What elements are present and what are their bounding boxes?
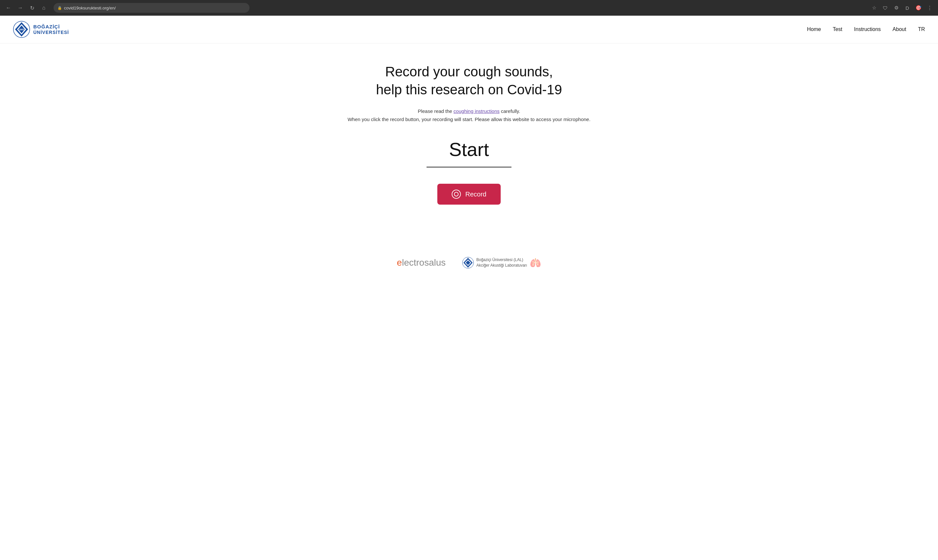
boun-lab-line1: Boğaziçi Üniversitesi (LAL) xyxy=(477,257,527,263)
lock-icon: 🔒 xyxy=(57,6,62,10)
nav-home[interactable]: Home xyxy=(807,26,821,32)
university-logo: 1863 xyxy=(13,21,30,38)
boun-lab-text: Boğaziçi Üniversitesi (LAL) Akciğer Akus… xyxy=(477,257,527,268)
record-button[interactable]: Record xyxy=(437,184,501,205)
record-dot xyxy=(454,192,458,197)
reload-button[interactable]: ↻ xyxy=(28,3,37,12)
bookmark-button[interactable]: ☆ xyxy=(869,3,879,12)
home-button[interactable]: ⌂ xyxy=(39,3,48,12)
electrosalus-logo: electrosalus xyxy=(397,257,446,268)
headline-line2: help this research on Covid-19 xyxy=(376,82,562,97)
svg-text:1863: 1863 xyxy=(19,28,24,31)
url-text: covid19oksuruktesti.org/en/ xyxy=(64,6,116,11)
back-button[interactable]: ← xyxy=(4,3,13,12)
subtitle: Please read the coughing instructions ca… xyxy=(418,108,520,114)
start-label: Start xyxy=(449,138,489,160)
electrosalus-rest: lectrosalus xyxy=(402,257,446,268)
extension-btn-3[interactable]: D xyxy=(903,3,912,12)
navbar: 1863 BOĞAZİÇİ ÜNİVERSİTESİ Home Test Ins… xyxy=(0,16,938,43)
record-icon xyxy=(452,189,461,199)
nav-about[interactable]: About xyxy=(893,26,906,32)
extension-btn-4[interactable]: 🎯 xyxy=(914,3,923,12)
logo-text: BOĞAZİÇİ ÜNİVERSİTESİ xyxy=(33,24,69,35)
coughing-instructions-link[interactable]: coughing instructions xyxy=(454,108,500,114)
main-content: Record your cough sounds, help this rese… xyxy=(0,43,938,218)
electrosalus-e: e xyxy=(397,257,402,268)
nav-test[interactable]: Test xyxy=(833,26,842,32)
extension-btn-2[interactable]: ⚙ xyxy=(892,3,901,12)
headline: Record your cough sounds, help this rese… xyxy=(376,63,562,98)
browser-actions: ☆ 🛡 ⚙ D 🎯 ⋮ xyxy=(869,3,934,12)
boun-lab-diamond xyxy=(462,257,474,269)
menu-button[interactable]: ⋮ xyxy=(925,3,934,12)
lungs-emoji: 🫁 xyxy=(530,257,541,268)
nav-instructions[interactable]: Instructions xyxy=(854,26,881,32)
forward-button[interactable]: → xyxy=(16,3,25,12)
extension-btn-1[interactable]: 🛡 xyxy=(881,3,890,12)
headline-line1: Record your cough sounds, xyxy=(385,64,553,79)
footer-logos: electrosalus Boğaziçi Üniversitesi (LAL)… xyxy=(0,250,938,275)
logo-link[interactable]: 1863 BOĞAZİÇİ ÜNİVERSİTESİ xyxy=(13,21,69,38)
logo-line2: ÜNİVERSİTESİ xyxy=(33,30,69,35)
instruction-text: When you click the record button, your r… xyxy=(347,117,591,122)
boun-lab-logo: Boğaziçi Üniversitesi (LAL) Akciğer Akus… xyxy=(462,257,541,269)
nav-tr[interactable]: TR xyxy=(918,26,925,32)
subtitle-suffix: carefully. xyxy=(501,108,520,114)
subtitle-prefix: Please read the xyxy=(418,108,453,114)
boun-lab-line2: Akciğer Akustiği Laboratuvarı xyxy=(477,263,527,268)
address-bar[interactable]: 🔒 covid19oksuruktesti.org/en/ xyxy=(54,3,250,13)
divider xyxy=(427,167,511,168)
logo-line1: BOĞAZİÇİ xyxy=(33,24,69,30)
browser-chrome: ← → ↻ ⌂ 🔒 covid19oksuruktesti.org/en/ ☆ … xyxy=(0,0,938,16)
nav-links: Home Test Instructions About TR xyxy=(807,26,925,32)
record-button-label: Record xyxy=(465,191,486,198)
